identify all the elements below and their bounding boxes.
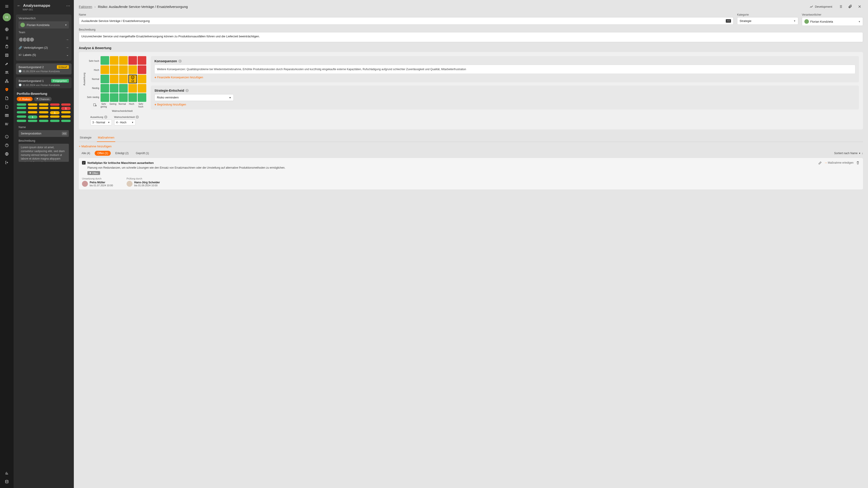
breadcrumb-root[interactable]: Faktoren	[79, 5, 92, 9]
consequences-title: Konsequenzen	[154, 59, 177, 63]
list-icon[interactable]	[837, 3, 844, 10]
implementation-person: Petra Müller bis 01.07.2024 10:00	[82, 181, 113, 187]
more-icon[interactable]: ⋯	[66, 3, 71, 8]
measure-title: Notfallplan für kritische Maschinen ausa…	[87, 161, 154, 165]
complete-measure-button[interactable]: →Maßnahme erledigen	[825, 161, 854, 164]
add-reason-button[interactable]: +Begründung hinzufügen	[154, 103, 855, 106]
matrix-config-icon[interactable]	[93, 103, 97, 107]
info-icon[interactable]: i	[104, 116, 107, 119]
chip-checked[interactable]: Geprüft (1)	[133, 151, 152, 156]
edit-icon[interactable]	[818, 161, 822, 165]
menu-icon[interactable]	[3, 3, 10, 10]
y-axis-label: Auswirkung	[83, 73, 86, 86]
help-icon[interactable]	[3, 142, 10, 149]
tab-strategy[interactable]: Strategie	[79, 134, 92, 142]
development-button[interactable]: Development	[807, 3, 835, 10]
info-icon[interactable]: i	[136, 116, 139, 119]
clock-icon: 🕓	[19, 84, 22, 87]
plus-icon: +	[154, 75, 156, 79]
desc-textarea[interactable]: Unzureichender Service und mangelhafte E…	[79, 32, 863, 42]
name-input[interactable]: Auslaufende Service-Verträge / Ersatztei…	[79, 17, 734, 25]
responsible-label: Verantwortlich	[19, 17, 69, 20]
svg-point-4	[6, 71, 7, 72]
probability-label: Wahrscheinlichkeit	[114, 116, 135, 118]
category-label: Kategorie	[737, 13, 798, 16]
desc-textarea[interactable]	[19, 144, 69, 162]
name-input[interactable]	[19, 130, 69, 137]
pill-risks[interactable]: ⚠Risiken	[17, 97, 33, 101]
add-financial-button[interactable]: +Finanzielle Konsequenzen hinzufügen	[154, 75, 855, 79]
review-meta: 01.05.2024 von Florian Kondziela	[23, 70, 60, 73]
plus-icon: +	[79, 144, 81, 148]
team-row[interactable]: →	[19, 35, 69, 44]
globe-icon[interactable]	[3, 26, 10, 33]
tab-measures[interactable]: Maßnahmen	[97, 134, 115, 142]
breadcrumb: Faktoren › Risiko: Auslaufende Service-V…	[79, 5, 188, 9]
shield-icon[interactable]	[3, 86, 10, 93]
attachment-icon[interactable]	[847, 3, 854, 10]
name-label: Name	[79, 13, 734, 16]
consequences-textarea[interactable]: Weitere Konsequenzen: Qualitätsprobleme …	[154, 65, 855, 74]
chip-done[interactable]: Erledigt (2)	[113, 151, 131, 156]
category-select[interactable]: Strategie ▼	[737, 17, 798, 25]
delete-icon[interactable]	[856, 161, 860, 165]
avatar	[804, 19, 809, 24]
database-icon[interactable]	[3, 478, 10, 485]
info-icon[interactable]: i	[179, 60, 182, 63]
info-icon[interactable]	[3, 133, 10, 140]
language-icon[interactable]	[3, 150, 10, 158]
plus-icon: +	[154, 103, 156, 106]
person-name: Petra Müller	[90, 181, 113, 184]
measure-description: Planung von Redundanzen, um schnelle Lös…	[87, 166, 860, 169]
wrench-icon[interactable]	[3, 60, 10, 67]
review-item-2[interactable]: Bewertungsstand 2 Entwurf 🕓01.05.2024 vo…	[16, 63, 71, 74]
y-axis-ticks: Sehr hoch Hoch Normal Niedrig Sehr niedr…	[87, 56, 99, 102]
clock-icon: 🕓	[19, 70, 22, 73]
library-icon[interactable]	[3, 121, 10, 128]
chip-open[interactable]: Offen (1)	[95, 151, 111, 156]
labels-row[interactable]: 🏷 Labels (5) ⌄	[19, 51, 69, 58]
review-title: Bewertungsstand 2	[19, 65, 44, 69]
review-item-1[interactable]: Bewertungsstand 1 Freigegeben 🕓01.02.202…	[16, 77, 71, 88]
impact-select[interactable]: 3 - Normal▼	[90, 120, 112, 125]
table-icon[interactable]	[3, 112, 10, 119]
people-icon[interactable]	[3, 69, 10, 76]
save-icon[interactable]	[3, 52, 10, 59]
desc-label: Beschreibung	[79, 28, 863, 31]
svg-rect-6	[6, 79, 7, 80]
close-icon[interactable]	[856, 3, 863, 10]
back-icon[interactable]: ←	[17, 3, 21, 8]
list-icon[interactable]	[3, 34, 10, 42]
file2-icon[interactable]	[3, 103, 10, 110]
info-icon[interactable]: i	[185, 89, 189, 92]
arrow-right-icon: →	[66, 38, 69, 41]
chip-all[interactable]: Alle (4)	[79, 151, 93, 156]
arrow-right-icon: →	[66, 46, 69, 50]
check-icon[interactable]: ✓	[82, 161, 86, 165]
org-icon[interactable]	[3, 77, 10, 85]
sidebar-subtitle: MAP-001	[13, 8, 74, 13]
status-badge: Freigegeben	[51, 79, 69, 83]
person-name: Hans-Jörg Scheider	[134, 181, 160, 184]
owner-select[interactable]: Florian Kondziela ▼	[802, 17, 863, 26]
chevron-right-icon: ›	[94, 5, 96, 9]
clipboard-icon[interactable]	[3, 43, 10, 50]
chart-icon[interactable]	[3, 469, 10, 477]
pill-chances[interactable]: ⚑Chancen	[34, 97, 52, 101]
probability-select[interactable]: 4 - Hoch▼	[114, 120, 136, 125]
desc-label: Beschreibung	[19, 139, 69, 142]
user-avatar[interactable]: FK	[3, 13, 11, 21]
links-row[interactable]: 🔗 Verknüpfungen (2) →	[19, 44, 69, 51]
matrix-grid[interactable]: 12	[100, 56, 146, 102]
strategy-select[interactable]: Risiko vermindern▼	[154, 94, 234, 101]
portfolio-bars: 1 1 1	[13, 103, 74, 122]
add-measure-button[interactable]: +Maßnahme hinzufügen	[79, 144, 863, 148]
sort-control[interactable]: Sortiert nach Name ▾ ↓	[834, 152, 863, 155]
sidebar: ← Analysemappe ⋯ MAP-001 Verantwortlich …	[13, 0, 74, 488]
avatar	[82, 181, 88, 187]
logout-icon[interactable]	[3, 159, 10, 166]
matrix-selected-cell[interactable]: 12	[128, 75, 137, 83]
file-icon[interactable]	[3, 95, 10, 102]
portfolio-title: Portfolio-Bewertung	[13, 90, 74, 97]
responsible-select[interactable]: Florian Kondziela ▼	[19, 21, 69, 29]
